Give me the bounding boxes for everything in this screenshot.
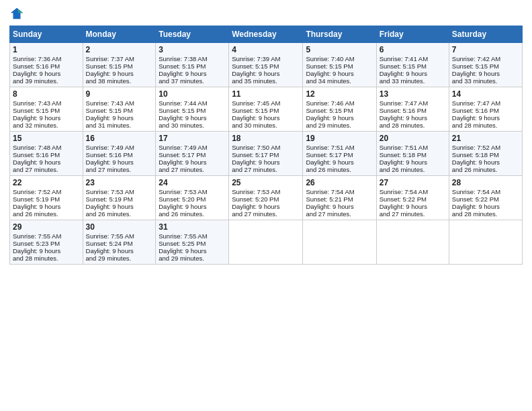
day-info-line: Daylight: 9 hours — [159, 203, 226, 210]
day-info-line: and 28 minutes. — [452, 122, 519, 129]
day-number: 28 — [452, 178, 519, 187]
day-info-line: Daylight: 9 hours — [380, 158, 446, 166]
calendar-cell: 12Sunrise: 7:46 AMSunset: 5:15 PMDayligh… — [303, 87, 376, 132]
calendar-cell: 10Sunrise: 7:44 AMSunset: 5:15 PMDayligh… — [156, 87, 229, 132]
day-info-line: and 27 minutes. — [13, 166, 80, 173]
svg-marker-0 — [11, 8, 23, 19]
calendar-cell: 4Sunrise: 7:39 AMSunset: 5:15 PMDaylight… — [229, 43, 303, 87]
calendar-body: 1Sunrise: 7:36 AMSunset: 5:16 PMDaylight… — [10, 43, 523, 265]
day-info-line: Sunrise: 7:55 AM — [86, 232, 153, 240]
calendar-cell: 16Sunrise: 7:49 AMSunset: 5:16 PMDayligh… — [83, 132, 156, 176]
day-number: 29 — [13, 222, 80, 232]
page-container: SundayMondayTuesdayWednesdayThursdayFrid… — [0, 0, 532, 269]
day-info-line: Sunrise: 7:53 AM — [159, 188, 226, 195]
day-info-line: Sunrise: 7:53 AM — [86, 188, 153, 195]
day-number: 27 — [380, 178, 446, 187]
calendar-cell: 30Sunrise: 7:55 AMSunset: 5:24 PMDayligh… — [83, 220, 156, 265]
day-info-line: Daylight: 9 hours — [232, 203, 300, 210]
day-info-line: Daylight: 9 hours — [380, 203, 446, 210]
day-info-line: Daylight: 9 hours — [452, 114, 519, 122]
calendar-cell: 20Sunrise: 7:51 AMSunset: 5:18 PMDayligh… — [376, 132, 449, 176]
calendar-cell: 7Sunrise: 7:42 AMSunset: 5:15 PMDaylight… — [449, 43, 522, 87]
day-info-line: Sunset: 5:15 PM — [452, 62, 519, 70]
day-info-line: Daylight: 9 hours — [86, 114, 153, 122]
day-info-line: Sunrise: 7:45 AM — [232, 99, 300, 107]
day-info-line: Daylight: 9 hours — [232, 158, 300, 166]
day-info-line: Sunset: 5:15 PM — [232, 62, 300, 70]
calendar-week-row: 15Sunrise: 7:48 AMSunset: 5:16 PMDayligh… — [10, 132, 523, 176]
day-info-line: Sunrise: 7:42 AM — [452, 55, 519, 62]
day-number: 15 — [13, 134, 80, 143]
day-info-line: Sunrise: 7:51 AM — [306, 144, 373, 151]
day-info-line: Sunset: 5:15 PM — [86, 62, 153, 70]
calendar-cell: 8Sunrise: 7:43 AMSunset: 5:15 PMDaylight… — [10, 87, 83, 132]
calendar-week-row: 8Sunrise: 7:43 AMSunset: 5:15 PMDaylight… — [10, 87, 523, 132]
day-info-line: Sunset: 5:15 PM — [232, 107, 300, 114]
calendar-cell: 9Sunrise: 7:43 AMSunset: 5:15 PMDaylight… — [83, 87, 156, 132]
calendar-cell — [376, 220, 449, 265]
calendar-cell: 18Sunrise: 7:50 AMSunset: 5:17 PMDayligh… — [229, 132, 303, 176]
day-info-line: and 27 minutes. — [159, 166, 226, 173]
calendar-cell: 5Sunrise: 7:40 AMSunset: 5:15 PMDaylight… — [303, 43, 376, 87]
day-number: 23 — [86, 178, 153, 187]
calendar-cell — [229, 220, 303, 265]
calendar-cell: 27Sunrise: 7:54 AMSunset: 5:22 PMDayligh… — [376, 176, 449, 220]
day-info-line: Sunset: 5:15 PM — [86, 107, 153, 114]
day-info-line: and 26 minutes. — [452, 166, 519, 173]
calendar-cell: 13Sunrise: 7:47 AMSunset: 5:16 PMDayligh… — [376, 87, 449, 132]
day-info-line: Sunset: 5:15 PM — [306, 62, 373, 70]
day-number: 6 — [380, 45, 446, 54]
day-number: 5 — [306, 45, 373, 54]
day-info-line: and 32 minutes. — [13, 122, 80, 129]
day-info-line: Daylight: 9 hours — [86, 247, 153, 255]
day-info-line: Daylight: 9 hours — [306, 114, 373, 122]
day-info-line: Daylight: 9 hours — [86, 70, 153, 77]
day-info-line: Sunset: 5:16 PM — [13, 62, 80, 70]
day-info-line: Sunrise: 7:53 AM — [232, 188, 300, 195]
day-info-line: Sunrise: 7:52 AM — [452, 144, 519, 151]
day-number: 26 — [306, 178, 373, 187]
calendar-cell: 3Sunrise: 7:38 AMSunset: 5:15 PMDaylight… — [156, 43, 229, 87]
day-info-line: Daylight: 9 hours — [306, 158, 373, 166]
day-number: 8 — [13, 89, 80, 99]
day-number: 3 — [159, 45, 226, 54]
day-info-line: and 26 minutes. — [380, 166, 446, 173]
day-info-line: Sunrise: 7:41 AM — [380, 55, 446, 62]
calendar-week-row: 29Sunrise: 7:55 AMSunset: 5:23 PMDayligh… — [10, 220, 523, 265]
day-info-line: Daylight: 9 hours — [380, 114, 446, 122]
day-info-line: Daylight: 9 hours — [86, 203, 153, 210]
day-info-line: Sunset: 5:15 PM — [159, 107, 226, 114]
day-info-line: and 26 minutes. — [13, 210, 80, 218]
calendar-cell — [303, 220, 376, 265]
day-info-line: Daylight: 9 hours — [452, 70, 519, 77]
calendar-cell: 11Sunrise: 7:45 AMSunset: 5:15 PMDayligh… — [229, 87, 303, 132]
day-info-line: and 39 minutes. — [13, 77, 80, 85]
day-info-line: Sunset: 5:20 PM — [232, 195, 300, 203]
day-number: 1 — [13, 45, 80, 54]
dow-header: Monday — [83, 26, 156, 43]
calendar-cell: 15Sunrise: 7:48 AMSunset: 5:16 PMDayligh… — [10, 132, 83, 176]
calendar-cell: 6Sunrise: 7:41 AMSunset: 5:15 PMDaylight… — [376, 43, 449, 87]
day-info-line: Sunset: 5:19 PM — [13, 195, 80, 203]
day-info-line: Sunset: 5:16 PM — [380, 107, 446, 114]
day-info-line: Sunset: 5:19 PM — [86, 195, 153, 203]
day-info-line: Sunrise: 7:50 AM — [232, 144, 300, 151]
day-info-line: and 27 minutes. — [232, 166, 300, 173]
day-info-line: Sunset: 5:23 PM — [13, 240, 80, 247]
day-info-line: and 29 minutes. — [86, 255, 153, 262]
dow-header: Sunday — [10, 26, 83, 43]
day-info-line: and 28 minutes. — [452, 210, 519, 218]
day-number: 22 — [13, 178, 80, 187]
day-info-line: and 27 minutes. — [306, 210, 373, 218]
day-info-line: Daylight: 9 hours — [452, 158, 519, 166]
day-info-line: Sunrise: 7:43 AM — [86, 99, 153, 107]
day-number: 17 — [159, 134, 226, 143]
day-info-line: Sunset: 5:20 PM — [159, 195, 226, 203]
day-info-line: Sunrise: 7:55 AM — [13, 232, 80, 240]
calendar-week-row: 1Sunrise: 7:36 AMSunset: 5:16 PMDaylight… — [10, 43, 523, 87]
day-number: 24 — [159, 178, 226, 187]
dow-header: Friday — [376, 26, 449, 43]
day-info-line: Daylight: 9 hours — [306, 70, 373, 77]
day-info-line: and 27 minutes. — [86, 166, 153, 173]
calendar-cell: 14Sunrise: 7:47 AMSunset: 5:16 PMDayligh… — [449, 87, 522, 132]
